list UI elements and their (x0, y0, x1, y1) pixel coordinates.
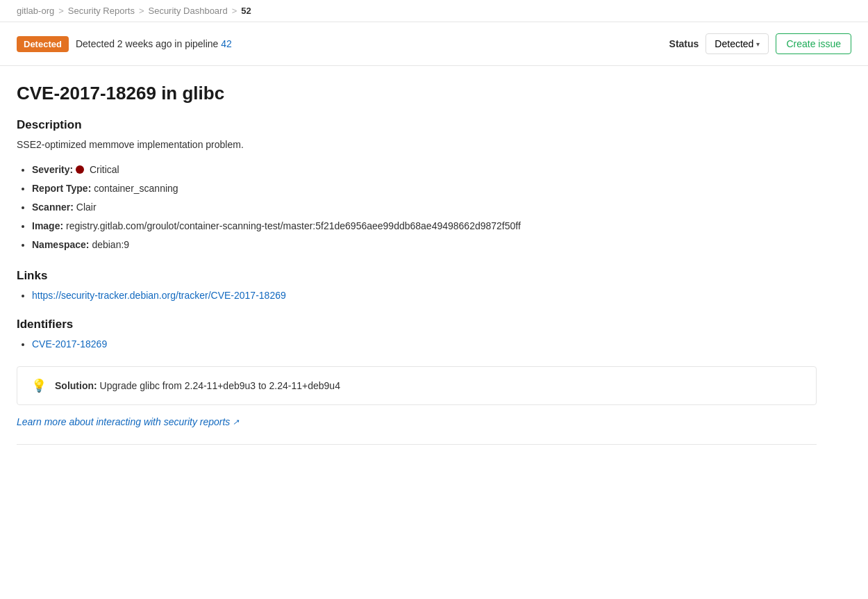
pipeline-link[interactable]: 42 (221, 38, 232, 49)
severity-item: Severity: Critical (32, 163, 817, 177)
status-dropdown[interactable]: Detected ▾ (706, 33, 769, 54)
cve-identifier-link[interactable]: CVE-2017-18269 (32, 338, 107, 350)
report-type-item: Report Type: container_scanning (32, 181, 817, 196)
image-item: Image: registry.gitlab.com/groulot/conta… (32, 219, 817, 233)
cve-link[interactable]: https://security-tracker.debian.org/trac… (32, 290, 286, 301)
list-item: https://security-tracker.debian.org/trac… (32, 290, 817, 301)
report-type-label: Report Type: (32, 183, 91, 194)
breadcrumb-separator-2: > (139, 6, 144, 16)
breadcrumb: gitlab-org > Security Reports > Security… (0, 0, 868, 22)
detected-badge: Detected (17, 36, 69, 52)
solution-box: 💡 Solution: Upgrade glibc from 2.24-11+d… (17, 366, 817, 405)
breadcrumb-separator-1: > (58, 6, 64, 16)
bottom-divider (17, 444, 817, 445)
breadcrumb-separator-3: > (232, 6, 237, 16)
list-item: CVE-2017-18269 (32, 338, 817, 350)
create-issue-button[interactable]: Create issue (776, 33, 851, 54)
namespace-label: Namespace: (32, 239, 90, 250)
namespace-item: Namespace: debian:9 (32, 238, 817, 252)
status-bar-left: Detected Detected 2 weeks ago in pipelin… (17, 36, 232, 52)
breadcrumb-part2[interactable]: Security Reports (68, 6, 135, 16)
scanner-item: Scanner: Clair (32, 200, 817, 215)
breadcrumb-issue-number: 52 (241, 6, 251, 16)
identifiers-heading: Identifiers (17, 318, 817, 331)
status-bar: Detected Detected 2 weeks ago in pipelin… (0, 22, 868, 66)
links-section: Links https://security-tracker.debian.or… (17, 269, 817, 301)
solution-text: Solution: Upgrade glibc from 2.24-11+deb… (55, 380, 340, 391)
severity-value: Critical (90, 164, 119, 175)
lightbulb-icon: 💡 (31, 378, 47, 393)
severity-dot-icon (76, 165, 84, 174)
description-heading: Description (17, 118, 817, 132)
image-label: Image: (32, 220, 63, 231)
severity-label: Severity: (32, 164, 73, 175)
chevron-down-icon: ▾ (756, 40, 760, 48)
status-label: Status (669, 38, 699, 49)
scanner-label: Scanner: (32, 202, 74, 213)
identifiers-list: CVE-2017-18269 (17, 338, 817, 350)
description-text: SSE2-optimized memmove implementation pr… (17, 139, 817, 150)
page-title: CVE-2017-18269 in glibc (17, 83, 817, 104)
detected-info-text: Detected 2 weeks ago in pipeline 42 (76, 38, 232, 49)
links-list: https://security-tracker.debian.org/trac… (17, 290, 817, 301)
status-bar-right: Status Detected ▾ Create issue (669, 33, 851, 54)
links-heading: Links (17, 269, 817, 283)
breadcrumb-security-dashboard[interactable]: Security Dashboard (148, 6, 227, 16)
main-content: CVE-2017-18269 in glibc Description SSE2… (0, 66, 833, 445)
details-list: Severity: Critical Report Type: containe… (17, 163, 817, 252)
learn-more-link[interactable]: Learn more about interacting with securi… (17, 416, 239, 438)
external-link-icon: ↗ (233, 418, 239, 427)
breadcrumb-part1[interactable]: gitlab-org (17, 6, 54, 16)
identifiers-section: Identifiers CVE-2017-18269 (17, 318, 817, 350)
